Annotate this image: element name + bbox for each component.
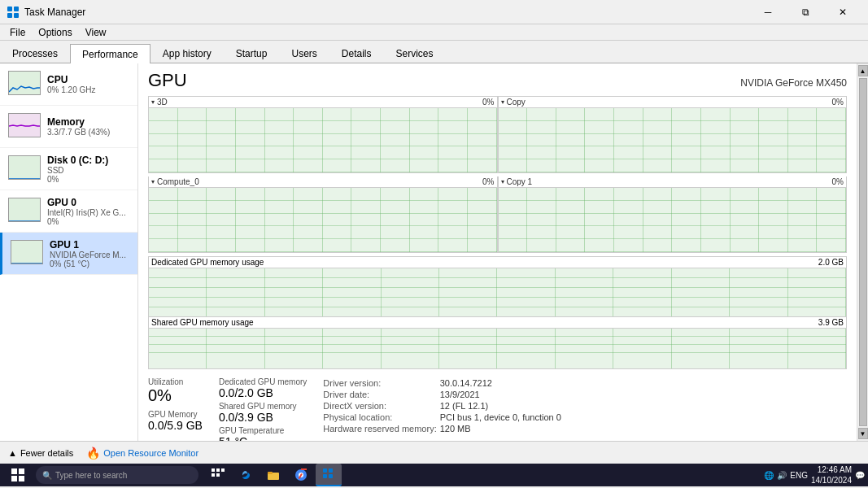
gpu1-name: NVIDIA GeForce M...	[50, 251, 129, 259]
dedicated-memory-section: Dedicated GPU memory usage 2.0 GB	[148, 256, 847, 317]
hardware-reserved-value: 120 MB	[440, 423, 565, 434]
memory-status: 3.3/7.7 GB (43%)	[47, 128, 129, 137]
chart-copy1: ▾ Copy 1 0%	[498, 176, 848, 253]
tab-details[interactable]: Details	[329, 43, 384, 63]
tab-users[interactable]: Users	[279, 43, 329, 63]
svg-rect-19	[323, 474, 327, 478]
chevron-compute-icon[interactable]: ▾	[151, 178, 155, 185]
resource-icon: 🔥	[86, 447, 100, 460]
taskbar-edge[interactable]	[233, 464, 259, 486]
scroll-track: ▲ ▼	[857, 63, 868, 441]
fewer-details-link[interactable]: ▲ Fewer details	[8, 448, 73, 458]
chart-compute: ▾ Compute_0 0%	[148, 176, 498, 253]
disk-label: Disk 0 (C: D:)	[47, 155, 129, 166]
sidebar-item-memory[interactable]: Memory 3.3/7.7 GB (43%)	[0, 106, 137, 148]
dedicated-stat-label: Dedicated GPU memory	[219, 377, 307, 386]
cpu-label: CPU	[47, 74, 129, 85]
sidebar-item-cpu[interactable]: CPU 0% 1.20 GHz	[0, 63, 137, 106]
sidebar-item-gpu1[interactable]: GPU 1 NVIDIA GeForce M... 0% (51 °C)	[0, 233, 137, 275]
gpu0-mini-graph	[8, 198, 41, 224]
search-icon: 🔍	[42, 471, 52, 480]
menu-bar: File Options View	[0, 24, 868, 41]
search-placeholder: Type here to search	[55, 471, 127, 480]
chart-3d-canvas	[149, 107, 497, 172]
driver-date-value: 13/9/2021	[440, 389, 565, 400]
chart-copy1-canvas	[499, 187, 847, 252]
minimize-button[interactable]: ─	[749, 0, 787, 24]
dedicated-stat-value: 0.0/2.0 GB	[219, 386, 307, 399]
chart-copy-label: Copy	[507, 98, 526, 107]
svg-rect-18	[329, 468, 333, 473]
tab-startup[interactable]: Startup	[224, 43, 280, 63]
scroll-thumb[interactable]	[859, 78, 867, 426]
menu-file[interactable]: File	[3, 25, 32, 40]
gpu0-status: 0%	[47, 217, 129, 226]
chart-compute-canvas	[149, 187, 497, 252]
gpu-title: GPU	[148, 70, 187, 91]
window-title: Task Manager	[24, 7, 749, 18]
gpu-memory-label: GPU Memory	[148, 410, 203, 419]
taskbar-explorer[interactable]	[260, 464, 286, 486]
stat-utilization-group: Utilization 0% GPU Memory 0.0/5.9 GB	[148, 377, 203, 441]
title-bar: Task Manager ─ ⧉ ✕	[0, 0, 868, 24]
gpu-header: GPU NVIDIA GeForce MX450	[148, 70, 847, 91]
shared-memory-label: Shared GPU memory usage	[151, 318, 254, 327]
dedicated-memory-label: Dedicated GPU memory usage	[151, 258, 264, 267]
shared-stat-label: Shared GPU memory	[219, 402, 307, 411]
svg-rect-17	[323, 468, 327, 473]
taskbar-view-button[interactable]	[205, 464, 231, 486]
chevron-up-icon: ▲	[8, 448, 17, 458]
start-button[interactable]	[3, 464, 33, 486]
svg-rect-4	[11, 468, 17, 474]
chevron-copy-icon[interactable]: ▾	[501, 98, 504, 106]
shared-memory-chart	[149, 328, 846, 368]
scroll-down-button[interactable]: ▼	[858, 428, 868, 439]
taskbar-clock: 12:46 AM 14/10/2024	[811, 464, 852, 486]
svg-rect-7	[19, 476, 24, 481]
svg-rect-14	[268, 472, 273, 474]
taskbar-right: 🌐 🔊 ENG 12:46 AM 14/10/2024 💬	[764, 464, 865, 486]
chart-3d: ▾ 3D 0%	[148, 96, 498, 173]
open-resource-monitor-link[interactable]: 🔥 Open Resource Monitor	[86, 447, 198, 460]
directx-label: DirectX version:	[323, 400, 439, 412]
chevron-copy1-icon[interactable]: ▾	[501, 178, 504, 185]
utilization-value: 0%	[148, 386, 203, 405]
chart-3d-percent: 0%	[482, 98, 494, 107]
restore-button[interactable]: ⧉	[787, 0, 824, 24]
tab-services[interactable]: Services	[384, 43, 446, 63]
driver-version-value: 30.0.14.7212	[440, 377, 565, 389]
menu-options[interactable]: Options	[32, 25, 78, 40]
stats-row: Utilization 0% GPU Memory 0.0/5.9 GB Ded…	[148, 373, 847, 441]
svg-rect-5	[19, 468, 24, 474]
svg-rect-2	[7, 13, 12, 18]
tab-performance[interactable]: Performance	[70, 44, 150, 63]
taskbar-chrome[interactable]	[288, 464, 314, 486]
taskbar-language: ENG	[790, 471, 808, 480]
dedicated-memory-value: 2.0 GB	[818, 258, 844, 267]
taskbar-search[interactable]: 🔍 Type here to search	[36, 466, 198, 484]
sidebar-item-gpu0[interactable]: GPU 0 Intel(R) Iris(R) Xe G... 0%	[0, 190, 137, 233]
svg-rect-1	[14, 7, 19, 11]
physical-location-label: Physical location:	[323, 412, 439, 423]
chart-copy-percent: 0%	[832, 98, 844, 107]
gpu0-name: Intel(R) Iris(R) Xe G...	[47, 208, 129, 217]
cpu-mini-graph	[8, 71, 41, 98]
taskbar-network-icon: 🌐	[764, 471, 774, 480]
temperature-label: GPU Temperature	[219, 426, 307, 435]
svg-rect-10	[221, 468, 225, 472]
driver-info-group: Driver version: 30.0.14.7212 Driver date…	[323, 377, 565, 441]
utilization-label: Utilization	[148, 377, 203, 386]
bottom-bar: ▲ Fewer details 🔥 Open Resource Monitor	[0, 441, 868, 464]
tab-processes[interactable]: Processes	[0, 43, 70, 63]
tab-app-history[interactable]: App history	[150, 43, 224, 63]
taskbar-task-manager[interactable]	[316, 464, 342, 486]
sidebar-item-disk[interactable]: Disk 0 (C: D:) SSD 0%	[0, 148, 137, 190]
driver-version-label: Driver version:	[323, 377, 439, 389]
menu-view[interactable]: View	[79, 25, 113, 40]
chevron-3d-icon[interactable]: ▾	[151, 98, 155, 106]
scroll-up-button[interactable]: ▲	[858, 65, 868, 76]
window-controls: ─ ⧉ ✕	[749, 0, 861, 24]
close-button[interactable]: ✕	[824, 0, 861, 24]
app-icon	[7, 6, 20, 19]
taskbar-notification-icon[interactable]: 💬	[855, 471, 865, 480]
